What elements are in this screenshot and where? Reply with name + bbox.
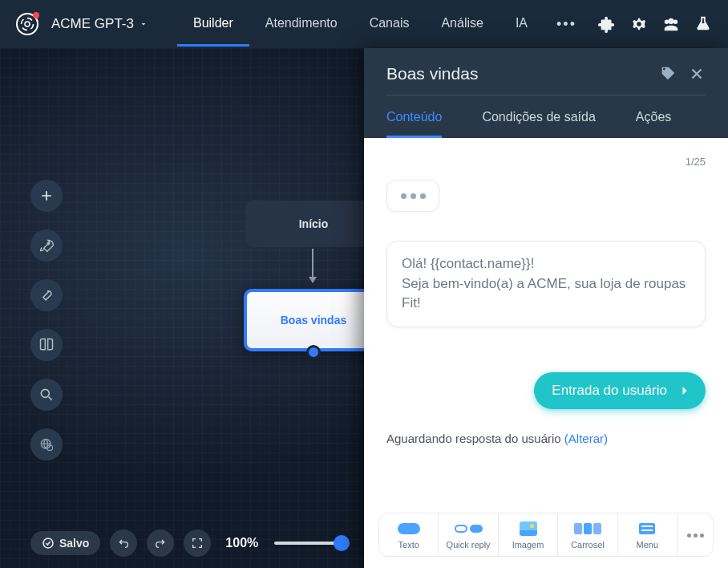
tab-analise[interactable]: Análise — [425, 2, 499, 47]
tab-acoes[interactable]: Ações — [636, 110, 671, 138]
quickreply-icon — [455, 525, 483, 533]
panel-body: 1/25 Olá! {{contact.name}}! Seja bem-vin… — [364, 138, 728, 513]
zoom-level: 100% — [225, 536, 258, 550]
chevron-down-icon — [139, 19, 148, 29]
content-type-label: Menu — [637, 540, 659, 550]
app-title-text: ACME GPT-3 — [51, 16, 134, 32]
panel-header: Boas vindas Conteúdo Condições de saída … — [364, 48, 728, 138]
tab-conteudo[interactable]: Conteúdo — [386, 110, 442, 138]
tab-condicoes[interactable]: Condições de saída — [482, 110, 595, 138]
zoom-slider[interactable] — [274, 542, 348, 545]
node-editor-panel: Boas vindas Conteúdo Condições de saída … — [364, 48, 728, 568]
node-welcome[interactable]: Boas vindas — [244, 289, 383, 351]
nav-more-icon[interactable]: ••• — [556, 16, 576, 33]
chevron-right-icon — [677, 383, 693, 399]
svg-point-0 — [25, 22, 30, 26]
gear-icon[interactable] — [630, 15, 648, 33]
node-start-label: Início — [299, 217, 329, 230]
wrench-button[interactable] — [30, 279, 63, 311]
rocket-button[interactable] — [30, 229, 63, 262]
carousel-icon — [574, 523, 601, 534]
tab-builder[interactable]: Builder — [177, 2, 249, 47]
content-type-bar: Texto Quick reply Imagem Carrosel Menu — [378, 513, 714, 557]
panel-tabs: Conteúdo Condições de saída Ações — [386, 110, 706, 138]
flow-canvas[interactable]: Início Boas vindas Salvo 100% — [0, 48, 364, 568]
content-type-imagem[interactable]: Imagem — [499, 513, 557, 556]
nav-right — [598, 15, 712, 33]
flow-arrow — [312, 249, 313, 282]
zoom-thumb[interactable] — [334, 535, 350, 551]
content-type-menu[interactable]: Menu — [618, 513, 677, 556]
svg-point-2 — [41, 389, 49, 397]
app-title-dropdown[interactable]: ACME GPT-3 — [51, 16, 148, 32]
beaker-icon[interactable] — [694, 15, 712, 33]
tool-column — [30, 180, 63, 460]
puzzle-icon[interactable] — [598, 15, 616, 33]
content-type-label: Imagem — [512, 540, 544, 550]
close-icon[interactable] — [688, 65, 706, 83]
content-type-label: Quick reply — [447, 540, 491, 550]
save-status-text: Salvo — [59, 537, 89, 550]
content-type-label: Texto — [398, 540, 419, 550]
menu-icon — [639, 523, 655, 534]
content-type-label: Carrosel — [571, 540, 605, 550]
waiting-text-static: Aguardando resposta do usuário — [386, 432, 564, 445]
content-type-quickreply[interactable]: Quick reply — [439, 513, 497, 556]
add-button[interactable] — [30, 180, 63, 212]
check-circle-icon — [42, 537, 55, 550]
globe-settings-button[interactable] — [30, 428, 63, 460]
user-input-label: Entrada do usuário — [552, 383, 667, 399]
content-type-texto[interactable]: Texto — [379, 513, 438, 556]
redo-button[interactable] — [147, 529, 174, 557]
panel-title[interactable]: Boas vindas — [386, 64, 648, 83]
search-button[interactable] — [30, 379, 63, 411]
tab-ia[interactable]: IA — [499, 2, 544, 47]
more-icon — [687, 534, 704, 538]
node-connection-handle[interactable] — [306, 345, 321, 359]
save-status-chip[interactable]: Salvo — [30, 531, 100, 555]
waiting-text: Aguardando resposta do usuário (Alterar) — [386, 432, 706, 445]
node-welcome-label: Boas vindas — [281, 314, 346, 327]
waiting-change-link[interactable]: (Alterar) — [564, 432, 608, 445]
message-bubble[interactable]: Olá! {{contact.name}}! Seja bem-vindo(a)… — [386, 241, 706, 327]
app-logo[interactable] — [16, 13, 38, 35]
content-counter: 1/25 — [686, 156, 706, 168]
content-type-more[interactable] — [677, 513, 713, 556]
notification-dot — [33, 12, 39, 18]
nav-tabs: Builder Atendimento Canais Análise IA — [177, 2, 544, 47]
top-nav: ACME GPT-3 Builder Atendimento Canais An… — [0, 0, 728, 48]
tab-atendimento[interactable]: Atendimento — [249, 2, 354, 47]
content-type-carrosel[interactable]: Carrosel — [558, 513, 617, 556]
typing-indicator[interactable] — [386, 180, 439, 212]
svg-point-1 — [47, 242, 50, 245]
undo-button[interactable] — [110, 529, 137, 557]
image-icon — [520, 521, 537, 536]
fullscreen-button[interactable] — [184, 529, 211, 557]
tag-icon[interactable] — [659, 65, 677, 83]
text-icon — [398, 523, 420, 534]
user-input-pill[interactable]: Entrada do usuário — [534, 372, 706, 409]
message-text: Olá! {{contact.name}}! Seja bem-vindo(a)… — [402, 256, 686, 310]
users-icon[interactable] — [662, 15, 680, 33]
canvas-bottom-bar: Salvo 100% — [30, 529, 348, 557]
node-start[interactable]: Início — [245, 201, 382, 247]
book-button[interactable] — [30, 329, 63, 361]
tab-canais[interactable]: Canais — [354, 2, 426, 47]
